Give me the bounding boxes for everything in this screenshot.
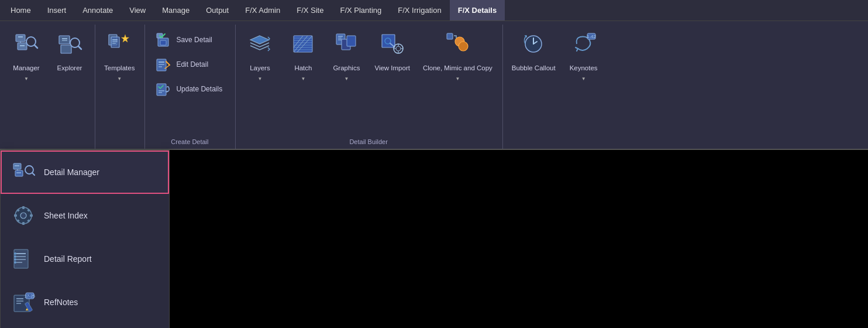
templates-dropdown-arrow: ▼	[117, 76, 122, 82]
detail-manager-label: Detail Manager	[44, 168, 99, 177]
menu-fx-admin[interactable]: F/X Admin	[237, 0, 288, 20]
svg-rect-34	[157, 84, 166, 95]
menu-manage[interactable]: Manage	[154, 0, 198, 20]
templates-label: Templates	[104, 64, 135, 73]
svg-rect-65	[447, 33, 453, 39]
view-import-button[interactable]: View Import	[369, 25, 415, 112]
keynotes-dropdown-arrow: ▼	[581, 76, 586, 82]
templates-button[interactable]: Templates ▼	[99, 25, 140, 112]
callout-items: Bubble Callout 1-42 Keynot	[507, 25, 604, 149]
manager-explorer-group: Manager ▼	[4, 25, 95, 149]
menu-view[interactable]: View	[121, 0, 154, 20]
keynotes-label: Keynotes	[570, 64, 598, 73]
create-detail-group-label: Create Detail	[149, 136, 230, 149]
layers-button[interactable]: Layers ▼	[239, 25, 280, 112]
refnotes-label: RefNotes	[44, 298, 78, 307]
hatch-label: Hatch	[294, 64, 312, 73]
svg-point-79	[20, 213, 26, 218]
update-details-button[interactable]: Update Details	[149, 77, 230, 101]
bubble-callout-button[interactable]: Bubble Callout	[507, 25, 561, 112]
callout-group: Bubble Callout 1-42 Keynot	[504, 25, 609, 149]
clone-mimic-label: Clone, Mimic and Copy	[423, 64, 492, 73]
svg-point-58	[396, 46, 401, 51]
edit-detail-button[interactable]: Edit Detail	[149, 53, 230, 76]
layers-label: Layers	[250, 64, 270, 73]
menu-annotate[interactable]: Annotate	[74, 0, 121, 20]
svg-line-32	[166, 62, 170, 65]
graphics-icon	[331, 29, 361, 59]
save-detail-button[interactable]: Save Detail	[149, 28, 230, 52]
manager-label: Manager	[13, 64, 39, 73]
main-content: Detail Manager Sheet Index	[0, 150, 868, 328]
svg-rect-82	[14, 214, 17, 217]
menu-output[interactable]: Output	[198, 0, 237, 20]
detail-report-item[interactable]: Detail Report	[1, 237, 169, 281]
clone-mimic-button[interactable]: Clone, Mimic and Copy ▼	[418, 25, 498, 112]
detail-manager-icon	[11, 160, 36, 184]
manager-button[interactable]: Manager ▼	[6, 25, 47, 112]
menu-fx-planting[interactable]: F/X Planting	[332, 0, 390, 20]
svg-line-16	[78, 46, 81, 49]
svg-rect-83	[30, 214, 33, 217]
menu-fx-site[interactable]: F/X Site	[288, 0, 332, 20]
clone-mimic-dropdown-arrow: ▼	[455, 76, 460, 82]
view-import-icon	[377, 29, 408, 59]
explorer-label: Explorer	[57, 64, 82, 73]
svg-rect-50	[347, 36, 356, 46]
explorer-icon	[54, 29, 85, 59]
graphics-dropdown-arrow: ▼	[344, 76, 349, 82]
svg-line-77	[32, 173, 35, 175]
explorer-button[interactable]: Explorer	[49, 25, 90, 112]
graphics-button[interactable]: Graphics ▼	[326, 25, 367, 112]
detail-report-label: Detail Report	[44, 254, 92, 264]
manager-icon	[11, 29, 42, 59]
svg-text:1-42: 1-42	[587, 34, 597, 39]
svg-point-93	[14, 252, 16, 255]
menu-fx-details[interactable]: F/X Details	[450, 0, 505, 20]
keynotes-icon: 1-42	[569, 29, 599, 59]
detail-builder-group: Layers ▼	[237, 25, 502, 149]
svg-point-96	[14, 261, 16, 264]
detail-manager-item[interactable]: Detail Manager	[1, 151, 169, 194]
svg-rect-11	[61, 45, 71, 53]
manager-explorer-items: Manager ▼	[6, 25, 90, 149]
svg-rect-72	[15, 170, 23, 176]
create-detail-items: Save Detail	[149, 25, 230, 136]
hatch-button[interactable]: Hatch ▼	[283, 25, 323, 112]
clone-mimic-icon	[442, 29, 473, 59]
save-detail-icon	[155, 32, 171, 48]
svg-rect-27	[160, 40, 166, 45]
templates-icon	[104, 29, 135, 59]
layers-icon	[244, 29, 275, 59]
svg-line-6	[35, 45, 37, 48]
create-detail-group: Save Detail	[146, 25, 236, 149]
menu-fx-irrigation[interactable]: F/X Irrigation	[390, 0, 449, 20]
templates-group: Templates ▼	[97, 25, 145, 149]
svg-rect-80	[22, 206, 25, 209]
manager-dropdown-arrow: ▼	[24, 76, 29, 82]
sheet-index-item[interactable]: Sheet Index	[1, 194, 169, 237]
bubble-callout-label: Bubble Callout	[512, 64, 556, 73]
keynotes-button[interactable]: 1-42 Keynotes ▼	[563, 25, 604, 112]
detail-builder-items: Layers ▼	[239, 25, 497, 136]
svg-rect-81	[22, 222, 25, 225]
bubble-callout-icon	[518, 29, 549, 59]
templates-items: Templates ▼	[99, 25, 140, 149]
manager-dropdown-panel: Detail Manager Sheet Index	[0, 150, 170, 328]
edit-detail-label: Edit Detail	[176, 60, 208, 69]
refnotes-item[interactable]: 17-25 RefNotes	[1, 281, 169, 324]
svg-point-95	[14, 258, 16, 261]
svg-rect-2	[18, 43, 27, 50]
update-details-label: Update Details	[176, 85, 222, 93]
ribbon-content: Manager ▼	[0, 21, 868, 149]
menu-home[interactable]: Home	[2, 0, 39, 20]
menu-insert[interactable]: Insert	[39, 0, 75, 20]
svg-marker-37	[250, 36, 269, 44]
graphics-label: Graphics	[333, 64, 360, 73]
ribbon: Manager ▼	[0, 21, 868, 150]
layers-dropdown-arrow: ▼	[257, 76, 262, 82]
svg-rect-9	[59, 36, 70, 44]
sheet-index-label: Sheet Index	[44, 211, 88, 220]
svg-marker-24	[122, 35, 129, 42]
svg-point-64	[459, 42, 468, 51]
